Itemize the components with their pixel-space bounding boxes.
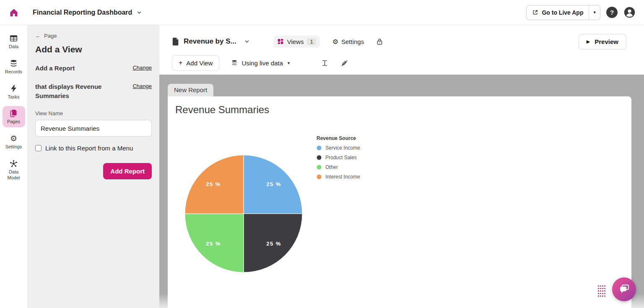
submit-row: Add Report [35, 163, 152, 179]
back-label: Page [44, 33, 57, 39]
panel-title: Add a View [35, 44, 152, 54]
add-report-button[interactable]: Add Report [103, 163, 152, 179]
page-header: Revenue by S... Views 1 ⚙ Settings [159, 32, 644, 51]
database-icon [231, 60, 238, 66]
database-icon [9, 59, 18, 68]
lock-icon [376, 38, 384, 46]
back-arrow-icon: ← [35, 33, 41, 39]
chat-widget-drag-handle[interactable] [598, 285, 605, 297]
sidebar-item-settings[interactable]: ⚙ Settings [3, 131, 25, 153]
gear-icon: ⚙ [332, 38, 338, 46]
legend-label: Other [325, 164, 338, 170]
view-name-input[interactable] [35, 120, 152, 137]
sidebar-item-pages[interactable]: Pages [3, 106, 25, 127]
legend-label: Product Sales [325, 155, 357, 160]
home-button[interactable] [6, 5, 22, 21]
sidebar-item-records[interactable]: Records [3, 56, 25, 78]
link-report-menu-checkbox[interactable] [35, 145, 42, 151]
home-icon [9, 8, 19, 18]
sidebar-item-label: Pages [7, 119, 20, 125]
views-count-badge: 1 [307, 38, 316, 45]
sidebar-item-label: Settings [5, 144, 22, 150]
link-report-menu-row[interactable]: Link to this Report from a Menu [35, 145, 152, 152]
legend-item: Service Income [317, 145, 360, 151]
report-title: Revenue Summaries [175, 104, 631, 116]
legend-item: Interest Income [317, 174, 360, 180]
app-title-dropdown[interactable]: Financial Reporting Dashboard [33, 9, 142, 16]
legend-swatch-icon [317, 145, 322, 150]
pie-label-other: 25 % [206, 241, 221, 247]
account-avatar-button[interactable] [623, 6, 636, 18]
report-preview-paper: Revenue Summaries 25 % 25 % 25 % 25 % [168, 96, 631, 308]
report-type-row: Add a Report Change [35, 64, 152, 73]
topbar-right: Go to Live App ▾ ? [526, 5, 636, 20]
adjust-height-button[interactable] [321, 59, 329, 67]
legend-label: Interest Income [325, 174, 360, 180]
gear-icon: ⚙ [9, 134, 18, 143]
chat-launcher-button[interactable] [612, 277, 636, 301]
plus-icon: + [179, 60, 182, 66]
change-report-type-link[interactable]: Change [132, 64, 152, 71]
legend-swatch-icon [317, 155, 322, 160]
vertical-resize-icon [321, 59, 329, 67]
back-to-page-link[interactable]: ← Page [35, 33, 152, 39]
link-report-menu-label: Link to this Report from a Menu [45, 145, 133, 152]
help-icon: ? [610, 9, 614, 16]
chevron-down-icon [244, 39, 250, 44]
preview-button[interactable]: ▶ Preview [579, 34, 626, 49]
add-view-button[interactable]: + Add View [172, 55, 219, 71]
legend-swatch-icon [317, 165, 322, 170]
pie-label-service-income: 25 % [266, 181, 281, 187]
sidebar-item-label: Records [5, 69, 22, 75]
add-view-label: Add View [186, 60, 213, 67]
sidebar-item-data-model[interactable]: Data Model [3, 156, 25, 184]
top-bar: Financial Reporting Dashboard Go to Live… [0, 0, 644, 25]
view-name-label: View Name [35, 110, 152, 116]
network-icon [9, 159, 18, 168]
table-icon [9, 34, 18, 43]
preview-label: Preview [595, 38, 618, 45]
settings-label: Settings [341, 38, 364, 45]
app-shell: Data Records Tasks Pages ⚙ Setting [0, 25, 644, 308]
views-tab[interactable]: Views 1 [273, 36, 320, 48]
pen-slash-icon [340, 59, 348, 67]
page-title-dropdown[interactable]: Revenue by S... [172, 37, 250, 46]
legend-swatch-icon [317, 174, 322, 179]
report-canvas-area: New Report Revenue Summaries 25 % 25 % 2… [159, 75, 644, 308]
chevron-down-icon [136, 10, 142, 16]
primary-nav-rail: Data Records Tasks Pages ⚙ Setting [0, 25, 28, 308]
report-source-label: that displays Revenue Summaries [35, 82, 119, 101]
pages-icon [9, 109, 18, 118]
toggle-inline-edit-button[interactable] [340, 59, 348, 67]
sidebar-item-label: Data Model [3, 169, 24, 181]
views-label: Views [287, 38, 304, 45]
go-to-live-app-button[interactable]: Go to Live App [527, 5, 589, 20]
go-to-live-app-caret[interactable]: ▾ [589, 5, 600, 20]
document-icon [172, 37, 179, 46]
external-link-icon [532, 9, 538, 16]
chart-legend: Revenue Source Service Income Product Sa… [317, 135, 360, 184]
legend-item: Product Sales [317, 155, 360, 160]
help-button[interactable]: ? [606, 7, 618, 18]
page-access-lock-button[interactable] [376, 38, 384, 46]
sidebar-item-tasks[interactable]: Tasks [3, 81, 25, 103]
legend-item: Other [317, 164, 360, 170]
pie-chart: 25 % 25 % 25 % 25 % [181, 151, 306, 277]
chat-bubbles-icon [618, 283, 631, 296]
legend-label: Service Income [325, 145, 360, 151]
app-title: Financial Reporting Dashboard [33, 9, 132, 16]
data-source-dropdown[interactable]: Using live data ▾ [231, 60, 290, 67]
lightning-icon [9, 84, 18, 93]
page-title: Revenue by S... [184, 37, 236, 46]
caret-down-icon: ▾ [288, 60, 290, 66]
play-icon: ▶ [587, 39, 590, 44]
pie-label-interest-income: 25 % [206, 181, 221, 187]
page-settings-tab[interactable]: ⚙ Settings [332, 38, 364, 46]
change-report-source-link[interactable]: Change [132, 82, 152, 89]
report-tab[interactable]: New Report [168, 84, 213, 96]
pie-label-product-sales: 25 % [266, 241, 281, 247]
report-type-label: Add a Report [35, 64, 75, 73]
view-toolbar: + Add View Using live data ▾ [159, 51, 644, 75]
sidebar-item-data[interactable]: Data [3, 31, 25, 52]
legend-title: Revenue Source [317, 135, 360, 141]
